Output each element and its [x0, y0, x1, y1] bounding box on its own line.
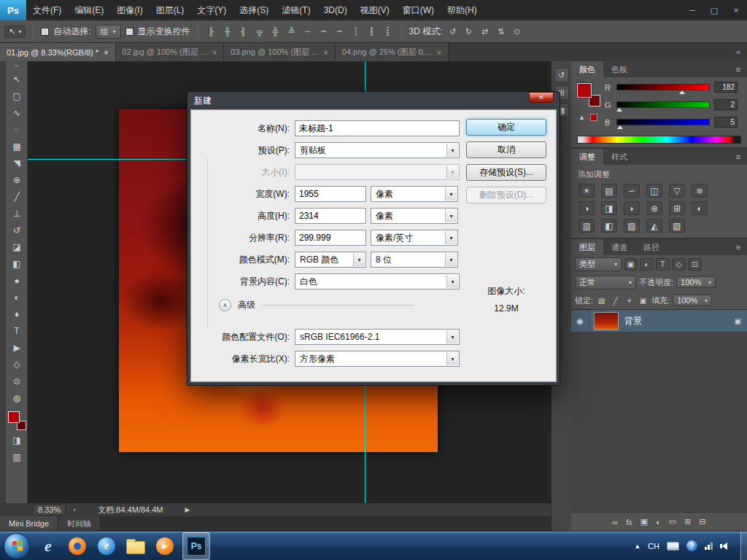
document-tab[interactable]: 03.png @ 100% (图层 ... ×: [224, 43, 335, 61]
distribute-bottom-edges-icon[interactable]: ┉: [334, 26, 346, 37]
tab-layers[interactable]: 图层: [571, 239, 603, 255]
blend-mode-dropdown[interactable]: 正常 ▾: [575, 276, 636, 289]
channel-mixer-adjustment-icon[interactable]: ⊛: [646, 201, 662, 215]
black-white-adjustment-icon[interactable]: ◨: [601, 201, 617, 215]
show-transform-checkbox[interactable]: [125, 28, 133, 36]
color-lookup-adjustment-icon[interactable]: ⊞: [669, 201, 685, 215]
gamut-warning-icon[interactable]: ▲: [578, 114, 585, 121]
distribute-left-edges-icon[interactable]: ┆: [350, 26, 362, 37]
color-spectrum-ramp[interactable]: [577, 136, 741, 144]
rectangular-marquee-tool[interactable]: ▢: [6, 88, 28, 104]
layer-row-background[interactable]: ◉ 背景 ▣: [571, 310, 747, 332]
input-language-indicator[interactable]: CH: [648, 542, 659, 551]
cancel-button[interactable]: 取消: [466, 141, 546, 158]
close-tab-icon[interactable]: ×: [212, 48, 217, 57]
red-channel-value[interactable]: 182: [714, 82, 738, 93]
photo-filter-adjustment-icon[interactable]: ◗: [624, 201, 640, 215]
menu-item[interactable]: 选择(S): [233, 0, 275, 20]
delete-layer-icon[interactable]: ⊟: [699, 517, 705, 526]
blue-channel-value[interactable]: 5: [714, 117, 738, 128]
filter-adjustment-layers-icon[interactable]: ◐: [640, 258, 654, 271]
menu-item[interactable]: 滤镜(T): [275, 0, 317, 20]
close-tab-icon[interactable]: ×: [437, 48, 441, 57]
filter-type-layers-icon[interactable]: T: [656, 258, 670, 271]
chevron-down-icon[interactable]: ▾: [445, 231, 457, 244]
media-player-icon[interactable]: ▶: [152, 534, 177, 559]
tab-styles[interactable]: 样式: [603, 149, 635, 165]
distribute-right-edges-icon[interactable]: ┋: [382, 26, 394, 37]
type-tool[interactable]: T: [6, 322, 28, 339]
filter-shape-layers-icon[interactable]: ◇: [672, 258, 686, 271]
distribute-vertical-centers-icon[interactable]: ┅: [318, 26, 330, 37]
photoshop-taskbar-button[interactable]: Ps: [182, 532, 210, 560]
collapse-docks-icon[interactable]: «: [729, 43, 747, 61]
lock-transparent-pixels-icon[interactable]: ▨: [596, 295, 607, 306]
panel-menu-icon[interactable]: ≡: [729, 65, 747, 74]
color-balance-adjustment-icon[interactable]: ◑: [578, 201, 595, 215]
resolution-input[interactable]: [295, 230, 366, 246]
close-tab-icon[interactable]: ×: [323, 48, 328, 57]
levels-adjustment-icon[interactable]: ▤: [601, 184, 617, 198]
red-channel-slider[interactable]: [616, 84, 710, 90]
menu-item[interactable]: 图层(L): [150, 0, 191, 20]
pixel-aspect-dropdown[interactable]: 方形像素 ▾: [295, 351, 460, 367]
align-bottom-edges-icon[interactable]: ╩: [286, 26, 298, 37]
menu-item[interactable]: 视图(V): [354, 0, 396, 20]
dialog-title-bar[interactable]: 新建 ×: [190, 92, 557, 109]
ok-button[interactable]: 确定: [466, 119, 546, 136]
panel-menu-icon[interactable]: ≡: [729, 152, 747, 161]
threshold-adjustment-icon[interactable]: ◧: [601, 219, 617, 233]
volume-icon[interactable]: [720, 542, 727, 550]
layer-thumbnail[interactable]: [594, 312, 619, 330]
pattern-adjustment-icon[interactable]: ▧: [669, 219, 685, 233]
restore-icon[interactable]: ▢: [703, 0, 725, 20]
document-tab[interactable]: 01.jpg @ 8.33%(RGB/8) * ×: [0, 43, 116, 61]
tab-paths[interactable]: 路径: [635, 239, 667, 255]
brush-tool[interactable]: ╱: [6, 188, 28, 205]
dialog-close-icon[interactable]: ×: [529, 92, 554, 103]
align-horizontal-centers-icon[interactable]: ╫: [222, 26, 233, 37]
blur-tool[interactable]: ●: [6, 272, 28, 289]
new-adjustment-layer-icon[interactable]: ◐: [656, 518, 661, 526]
layer-filter-dropdown[interactable]: 类型 ▾: [575, 257, 622, 271]
add-layer-mask-icon[interactable]: ▣: [640, 517, 648, 526]
distribute-horizontal-centers-icon[interactable]: ┇: [366, 26, 378, 37]
align-right-edges-icon[interactable]: ╢: [238, 26, 249, 37]
align-vertical-centers-icon[interactable]: ╬: [270, 26, 282, 37]
align-top-edges-icon[interactable]: ╦: [254, 26, 266, 37]
align-left-edges-icon[interactable]: ╟: [206, 26, 217, 37]
menu-item[interactable]: 图像(I): [110, 0, 149, 20]
quick-mask-icon[interactable]: ◨: [6, 432, 28, 448]
dodge-tool[interactable]: ◐: [6, 289, 28, 306]
crop-tool[interactable]: ▦: [6, 138, 28, 155]
width-input[interactable]: [295, 186, 366, 202]
vibrance-adjustment-icon[interactable]: ▽: [669, 184, 685, 198]
exposure-adjustment-icon[interactable]: ◫: [646, 184, 662, 198]
tab-channels[interactable]: 通道: [603, 239, 635, 255]
3d-rotate-icon[interactable]: ↺: [447, 26, 459, 37]
tab-mini-bridge[interactable]: Mini Bridge: [0, 516, 58, 531]
tab-adjustments[interactable]: 调整: [571, 149, 603, 165]
eraser-tool[interactable]: ◪: [6, 238, 28, 255]
chevron-down-icon[interactable]: ▾: [446, 275, 458, 288]
chevron-down-icon[interactable]: ▾: [445, 253, 457, 266]
lasso-tool[interactable]: ∿: [6, 104, 28, 121]
blue-channel-slider[interactable]: [616, 119, 710, 125]
menu-item[interactable]: 帮助(H): [441, 0, 484, 20]
eyedropper-tool[interactable]: ◥: [6, 155, 28, 171]
menu-item[interactable]: 文件(F): [26, 0, 68, 20]
chevron-down-icon[interactable]: ▾: [446, 352, 458, 365]
chevron-down-icon[interactable]: ▾: [446, 144, 458, 157]
height-input[interactable]: [295, 208, 366, 224]
distribute-top-edges-icon[interactable]: ┄: [302, 26, 314, 37]
lock-position-icon[interactable]: +: [624, 295, 635, 306]
status-preview-icon[interactable]: ◔: [71, 506, 76, 514]
tab-timeline[interactable]: 时间轴: [58, 516, 101, 531]
document-tab[interactable]: 02.jpg @ 100% (图层 ... ×: [116, 43, 225, 61]
layer-visibility-eye-icon[interactable]: ◉: [571, 310, 589, 332]
menu-item[interactable]: 窗口(W): [396, 0, 441, 20]
history-brush-tool[interactable]: ↺: [6, 222, 28, 238]
filter-pixel-layers-icon[interactable]: ▣: [624, 258, 638, 271]
resolution-unit-dropdown[interactable]: 像素/英寸 ▾: [371, 230, 458, 246]
tab-color[interactable]: 颜色: [571, 61, 603, 77]
